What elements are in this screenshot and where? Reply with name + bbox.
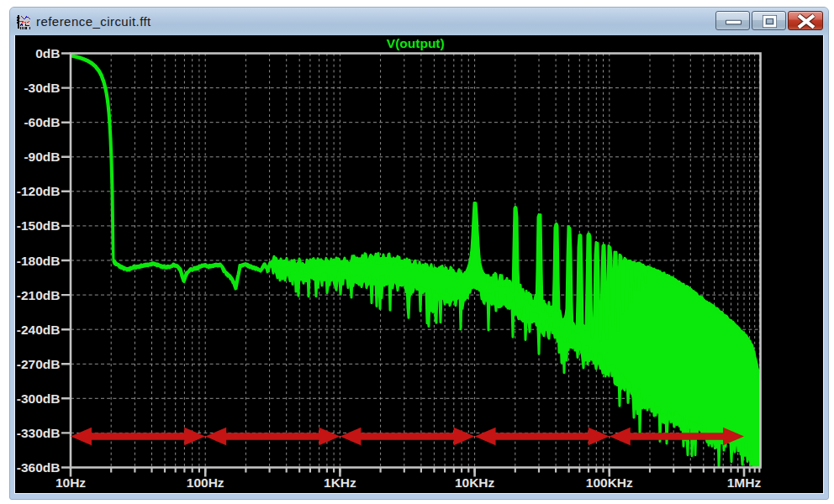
x-axis-label: 10KHz: [455, 475, 495, 490]
close-icon: [789, 12, 824, 31]
y-axis-label: -240dB: [17, 323, 61, 337]
y-axis-label: 0dB: [35, 46, 60, 60]
measurement-arrow[interactable]: [340, 428, 474, 446]
measurement-arrow[interactable]: [610, 428, 744, 446]
maximize-icon: [752, 12, 787, 31]
x-axis-label: 1KHz: [324, 475, 356, 490]
y-axis-label: -330dB: [17, 426, 61, 440]
y-axis-label: -180dB: [17, 254, 61, 268]
y-axis-label: -300dB: [17, 391, 61, 406]
x-axis-major-ticks: [71, 468, 744, 477]
caption-buttons: [714, 11, 823, 30]
y-axis-label: -360dB: [17, 460, 61, 475]
y-axis-label: -30dB: [24, 81, 60, 95]
y-axis-label: -210dB: [17, 288, 61, 302]
fft-plot-pane[interactable]: 0dB-30dB-60dB-90dB-120dB-150dB-180dB-210…: [15, 35, 824, 495]
x-axis-label: 100Hz: [187, 475, 224, 490]
measurement-arrow[interactable]: [71, 428, 205, 446]
plot-client-area: 0dB-30dB-60dB-90dB-120dB-150dB-180dB-210…: [14, 35, 824, 494]
minimize-button[interactable]: [715, 11, 750, 30]
measurement-arrow[interactable]: [475, 428, 610, 446]
titlebar[interactable]: reference_circuit.fft: [10, 8, 828, 35]
measurement-arrow[interactable]: [205, 428, 340, 446]
trace-title: V(output): [387, 36, 445, 50]
y-axis-label: -120dB: [17, 184, 61, 198]
y-axis-label: -60dB: [24, 115, 60, 129]
ltspice-fft-window: reference_circuit.fft: [9, 7, 829, 500]
y-axis-label: -90dB: [24, 150, 60, 164]
desktop: {"window":{"title":"reference_circuit.ff…: [0, 0, 834, 504]
close-button[interactable]: [788, 11, 823, 30]
minimize-icon: [716, 12, 751, 31]
x-axis-label: 10Hz: [55, 475, 86, 490]
waveform-viewer-app-icon: [16, 14, 31, 29]
y-axis-label: -150dB: [17, 218, 61, 233]
window-title: reference_circuit.fft: [36, 14, 151, 29]
y-axis-label: -270dB: [17, 357, 61, 371]
maximize-button[interactable]: [752, 11, 786, 30]
x-axis-label: 100KHz: [586, 475, 633, 490]
x-axis-label: 1MHz: [727, 475, 762, 490]
y-axis-ticks: [61, 54, 71, 468]
